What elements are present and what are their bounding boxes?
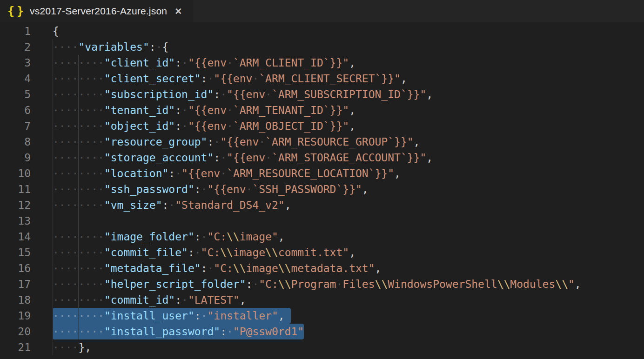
code-line[interactable]: 16········"metadata_file":·"C:\\image\\m… [0, 260, 644, 276]
whitespace-dot: · [78, 57, 85, 69]
line-number[interactable]: 4 [0, 71, 31, 86]
code-line[interactable]: 14········"image_folder":·"C:\\image", [0, 229, 644, 245]
code-line[interactable]: 19········"install_user":·"installer", [0, 308, 644, 324]
whitespace-dot: · [85, 183, 91, 195]
line-number[interactable]: 18 [0, 292, 31, 308]
token-p: , [349, 104, 356, 116]
code-line[interactable]: 8········"resource_group":·"{{env·`ARM_R… [0, 134, 644, 150]
indent-guide [78, 292, 79, 308]
token-s: "{{env [188, 104, 227, 116]
line-number[interactable]: 7 [0, 118, 31, 134]
line-number[interactable]: 3 [0, 55, 31, 71]
code-line[interactable]: 17········"helper_script_folder":·"C:\\P… [0, 276, 644, 292]
tab-vs2017-server2016-azure-json[interactable]: {} vs2017-Server2016-Azure.json ✕ [0, 0, 193, 22]
selection-highlight: ········"install_password":·"P@ssw0rd1" [53, 324, 304, 339]
whitespace-dot: · [91, 104, 98, 116]
token-s: image [233, 246, 265, 259]
whitespace-dot: · [85, 278, 91, 290]
token-e: \\ [233, 262, 246, 274]
code-line[interactable]: 5········"subscription_id":·"{{env·`ARM_… [0, 86, 644, 102]
token-k: "vm_size" [104, 199, 162, 211]
code-line[interactable]: 10········"location":·"{{env·`ARM_RESOUR… [0, 166, 644, 181]
indent-guide [53, 260, 53, 276]
indent-guide [53, 39, 53, 55]
code-content: ········"commit_id":·"LATEST", [53, 292, 644, 308]
whitespace-dot: · [220, 152, 227, 164]
line-number[interactable]: 16 [0, 260, 31, 276]
line-number[interactable]: 20 [0, 324, 31, 339]
code-line[interactable]: 6········"tenant_id":·"{{env·`ARM_TENANT… [0, 102, 644, 118]
code-line[interactable]: 3········"client_id":·"{{env·`ARM_CLIENT… [0, 55, 644, 71]
line-number[interactable]: 21 [0, 339, 31, 355]
line-number[interactable]: 8 [0, 134, 31, 150]
code-line[interactable]: 4········"client_secret":·"{{env·`ARM_CL… [0, 71, 644, 86]
line-number[interactable]: 1 [0, 23, 31, 39]
indent-guide [53, 55, 53, 71]
whitespace-dot: · [91, 246, 98, 259]
token-s: Modules [510, 278, 555, 290]
whitespace-dot: · [98, 199, 104, 211]
token-s: "{{env [227, 152, 265, 164]
whitespace-dot: · [85, 136, 91, 148]
line-number[interactable]: 13 [0, 213, 31, 229]
whitespace-dot: · [85, 73, 91, 85]
line-number[interactable]: 2 [0, 39, 31, 55]
token-s: "{{env [181, 167, 220, 180]
whitespace-dot: · [91, 278, 98, 290]
code-line[interactable]: 21····}, [0, 339, 644, 355]
whitespace-dot: · [78, 262, 85, 274]
token-s: "{{env [188, 57, 227, 69]
whitespace-dot: · [98, 310, 104, 322]
code-line[interactable]: 15········"commit_file":·"C:\\image\\com… [0, 245, 644, 260]
whitespace-dot: · [227, 326, 233, 338]
indent-guide [53, 308, 53, 324]
token-s: "installer" [207, 310, 278, 322]
whitespace-dot: · [85, 120, 91, 132]
whitespace-dot: · [98, 246, 104, 259]
indent-guide [78, 276, 79, 292]
code-content: ········"object_id":·"{{env·`ARM_OBJECT_… [53, 118, 644, 134]
indent-guide [78, 213, 79, 229]
code-line[interactable]: 11········"ssh_password":·"{{env·`SSH_PA… [0, 181, 644, 197]
code-content: ········"helper_script_folder":·"C:\\Pro… [53, 276, 644, 292]
line-number[interactable]: 12 [0, 197, 31, 213]
whitespace-dot: · [85, 199, 91, 211]
code-line[interactable]: 7········"object_id":·"{{env·`ARM_OBJECT… [0, 118, 644, 134]
line-number[interactable]: 15 [0, 245, 31, 260]
whitespace-dot: · [252, 278, 259, 290]
whitespace-dot: · [91, 88, 98, 100]
whitespace-dot: · [220, 88, 227, 100]
editor[interactable]: 1{2····"variables":·{3········"client_id… [0, 22, 644, 359]
whitespace-dot: · [227, 104, 233, 116]
whitespace-dot: · [195, 246, 201, 259]
code-line[interactable]: 20········"install_password":·"P@ssw0rd1… [0, 324, 644, 339]
line-number[interactable]: 11 [0, 181, 31, 197]
token-k: "helper_script_folder" [104, 278, 246, 290]
line-number[interactable]: 17 [0, 276, 31, 292]
code-content: ········"storage_account":·"{{env·`ARM_S… [53, 150, 644, 166]
code-line[interactable]: 9········"storage_account":·"{{env·`ARM_… [0, 150, 644, 166]
code-line[interactable]: 1{ [0, 23, 644, 39]
line-number[interactable]: 14 [0, 229, 31, 245]
whitespace-dot: · [78, 231, 85, 243]
line-number[interactable]: 6 [0, 102, 31, 118]
indent-guide [53, 324, 53, 339]
line-number[interactable]: 10 [0, 166, 31, 181]
code-line[interactable]: 2····"variables":·{ [0, 39, 644, 55]
code-line[interactable]: 18········"commit_id":·"LATEST", [0, 292, 644, 308]
line-number[interactable]: 5 [0, 86, 31, 102]
whitespace-dot: · [85, 104, 91, 116]
indent-guide [78, 245, 79, 260]
code-line[interactable]: 13 [0, 213, 644, 229]
whitespace-dot: · [72, 183, 79, 195]
whitespace-dot: · [53, 326, 59, 338]
indent-guide [53, 86, 53, 102]
close-icon[interactable]: ✕ [174, 7, 182, 16]
code-line[interactable]: 12········"vm_size":·"Standard_DS4_v2", [0, 197, 644, 213]
whitespace-dot: · [66, 104, 72, 116]
line-number[interactable]: 19 [0, 308, 31, 324]
line-number[interactable]: 9 [0, 150, 31, 166]
token-s: image [246, 262, 278, 274]
token-k: "ssh_password" [104, 183, 195, 195]
code-content: ········"location":·"{{env·`ARM_RESOURCE… [53, 166, 644, 181]
